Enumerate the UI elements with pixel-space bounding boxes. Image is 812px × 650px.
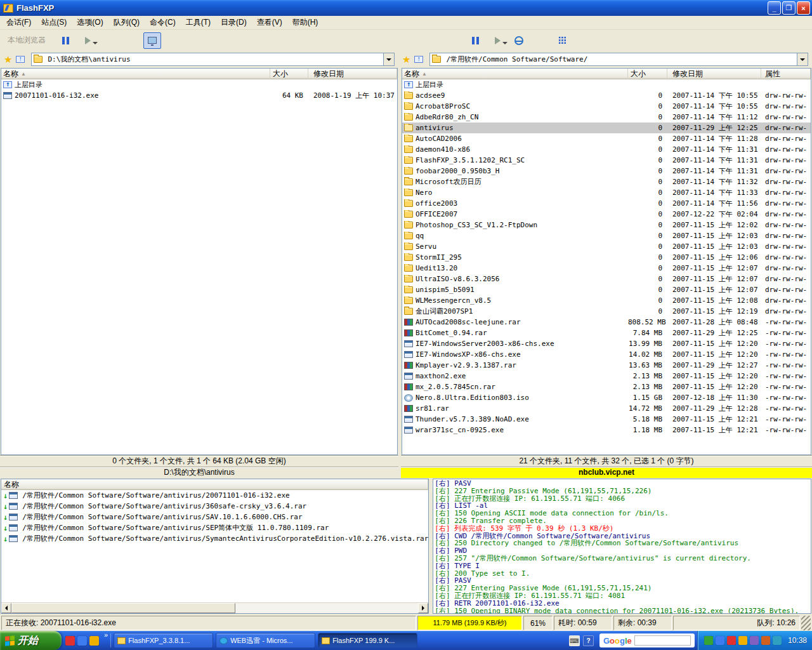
上层目录-button[interactable]: 上层目录 <box>402 79 811 90</box>
raw-command-button[interactable] <box>553 32 571 49</box>
disconnect-button[interactable] <box>445 32 463 49</box>
task-button[interactable]: WEB迅雷 - Micros... <box>216 633 315 648</box>
maxthon2.exe-button[interactable]: maxthon2.exe 2.13 MB 2007-11-15 上午 12:20… <box>402 371 811 381</box>
remote-path-combo[interactable]: /常用软件/Common Software/Software/ <box>429 53 808 66</box>
quick-launch-icon[interactable] <box>77 636 87 646</box>
connect-button[interactable] <box>402 32 420 49</box>
BitComet_0.94.rar-button[interactable]: BitComet_0.94.rar 7.84 MB 2007-11-29 上午 … <box>402 328 811 338</box>
unispim5_b5091-button[interactable]: unispim5_b5091 0 2007-11-15 上午 12:07 drw… <box>402 284 811 295</box>
sr81.rar-button[interactable]: sr81.rar 14.72 MB 2007-11-29 上午 12:28 -r… <box>402 403 811 414</box>
tray-icon[interactable] <box>761 636 770 645</box>
quick-launch-icon[interactable] <box>65 636 75 646</box>
resize-grip[interactable] <box>801 616 811 630</box>
scroll-right-button[interactable] <box>418 603 428 613</box>
scroll-thumb[interactable] <box>11 603 235 613</box>
menu-item[interactable]: 站点(S) <box>36 15 72 30</box>
mx_2.0.5.7845cn.rar-button[interactable]: mx_2.0.5.7845cn.rar 2.13 MB 2007-11-15 上… <box>402 381 811 392</box>
tray-icon[interactable] <box>704 636 713 645</box>
Servu-button[interactable]: Servu 0 2007-11-15 上午 12:03 drw-rw-rw- <box>402 241 811 252</box>
IE7-WindowsXP-x86-chs.exe-button[interactable]: IE7-WindowsXP-x86-chs.exe 14.02 MB 2007-… <box>402 349 811 360</box>
queue-horizontal-scrollbar[interactable] <box>1 602 428 613</box>
queue-list[interactable]: ↓ /常用软件/Common Software/Software/antivir… <box>1 490 428 602</box>
daemon410-x86-button[interactable]: daemon410-x86 0 2007-11-14 下午 11:31 drw-… <box>402 144 811 155</box>
bookmark-star-icon[interactable]: ★ <box>402 54 410 65</box>
task-button[interactable]: FlashFXP 199.9 K... <box>318 633 417 648</box>
Nero-button[interactable]: Nero 0 2007-11-14 下午 11:33 drw-rw-rw- <box>402 187 811 198</box>
Thunder.v5.7.3.389.NoAD.exe-button[interactable]: Thunder.v5.7.3.389.NoAD.exe 5.18 MB 2007… <box>402 414 811 425</box>
antivirus-button[interactable]: antivirus 0 2007-11-29 上午 12:25 drw-rw-r… <box>402 123 811 133</box>
column-header[interactable]: 大小 <box>270 69 308 79</box>
column-header[interactable]: 大小 <box>628 69 667 79</box>
menu-item[interactable]: 会话(F) <box>1 15 36 30</box>
office2003-button[interactable]: office2003 0 2007-11-14 下午 11:56 drw-rw-… <box>402 198 811 209</box>
StormII_295-button[interactable]: StormII_295 0 2007-11-15 上午 12:06 drw-rw… <box>402 252 811 263</box>
AdbeRdr80_zh_CN-button[interactable]: AdbeRdr80_zh_CN 0 2007-11-14 下午 11:12 dr… <box>402 112 811 123</box>
remote-up-directory-button[interactable] <box>413 53 427 66</box>
combo-dropdown-button[interactable] <box>797 53 808 65</box>
quick-launch-more-chevron[interactable]: » <box>103 631 109 650</box>
tray-icon[interactable] <box>738 636 747 645</box>
remote-file-list[interactable]: 上层目录 acdsee9 0 2007-11-14 下午 10:55 drw-r… <box>402 79 811 454</box>
quick-connect-button[interactable] <box>424 32 442 49</box>
Acrobat8ProSC-button[interactable]: Acrobat8ProSC 0 2007-11-14 下午 10:55 drw-… <box>402 101 811 112</box>
site-manager-button[interactable] <box>510 32 528 49</box>
column-header[interactable]: 属性 <box>761 69 811 79</box>
pause-queue-local-button[interactable] <box>57 32 75 49</box>
AutoCAD2006-button[interactable]: AutoCAD2006 0 2007-11-14 下午 11:28 drw-rw… <box>402 133 811 144</box>
UltraISO-v8.6.3.2056-button[interactable]: UltraISO-v8.6.3.2056 0 2007-11-15 上午 12:… <box>402 274 811 284</box>
local-file-list[interactable]: 上层目录 20071101-016-i32.exe 64 KB 2008-1-1… <box>1 79 397 454</box>
tray-icon[interactable] <box>727 636 736 645</box>
qq-button[interactable]: qq 0 2007-11-15 上午 12:03 drw-rw-rw- <box>402 230 811 241</box>
menu-item[interactable]: 查看(V) <box>252 15 287 30</box>
tray-icon[interactable] <box>773 636 782 645</box>
OFFICE2007-button[interactable]: OFFICE2007 0 2007-12-22 下午 02:04 drw-rw-… <box>402 209 811 220</box>
queue-item[interactable]: ↓ /常用软件/Common Software/Software/antivir… <box>1 501 428 512</box>
queue-item[interactable]: ↓ /常用软件/Common Software/Software/antivir… <box>1 512 428 522</box>
WLMessengercn_v8.5-button[interactable]: WLMessengercn_v8.5 0 2007-11-15 上午 12:08… <box>402 295 811 306</box>
menu-item[interactable]: 工具(T) <box>181 15 216 30</box>
local-path-combo[interactable]: D:\我的文档\antivirus <box>31 53 395 66</box>
local-up-directory-button[interactable] <box>15 53 29 66</box>
金山词霸2007SP1-button[interactable]: 金山词霸2007SP1 0 2007-11-15 上午 12:19 drw-rw… <box>402 306 811 317</box>
start-queue-remote-button[interactable] <box>488 32 506 49</box>
quick-launch-icon[interactable] <box>89 636 99 646</box>
ftp-log-panel[interactable]: [右] PASV[右] 227 Entering Passive Mode (6… <box>433 479 811 614</box>
maximize-button[interactable]: ❐ <box>782 1 796 15</box>
menu-item[interactable]: 命令(C) <box>145 15 181 30</box>
column-header[interactable]: 修改日期 <box>667 69 761 79</box>
tray-icon[interactable] <box>750 636 759 645</box>
start-button[interactable]: 开始 <box>0 631 62 650</box>
close-button[interactable]: × <box>797 1 810 15</box>
google-search-input[interactable] <box>634 635 691 646</box>
Kmplayer-v2.9.3.1387.rar-button[interactable]: Kmplayer-v2.9.3.1387.rar 13.63 MB 2007-1… <box>402 360 811 371</box>
foobar2000_0.950b3_H-button[interactable]: foobar2000_0.950b3_H 0 2007-11-14 下午 11:… <box>402 166 811 176</box>
column-header[interactable]: 修改日期 <box>308 69 397 79</box>
bookmark-star-icon[interactable]: ★ <box>4 54 12 65</box>
task-button[interactable]: FlashFXP_3.3.8.1... <box>114 633 213 648</box>
column-header[interactable]: 名称▲ <box>1 69 270 79</box>
menu-item[interactable]: 目录(D) <box>216 15 252 30</box>
queue-item[interactable]: ↓ /常用软件/Common Software/Software/antivir… <box>1 533 428 544</box>
pause-queue-remote-button[interactable] <box>467 32 485 49</box>
queue-item[interactable]: ↓ /常用软件/Common Software/Software/antivir… <box>1 522 428 533</box>
wrar371sc_cn-0925.exe-button[interactable]: wrar371sc_cn-0925.exe 1.18 MB 2007-11-15… <box>402 425 811 435</box>
refresh-remote-button[interactable] <box>532 32 549 49</box>
FlashFXP_3.5.1.1202_RC1_SC-button[interactable]: FlashFXP_3.5.1.1202_RC1_SC 0 2007-11-14 … <box>402 155 811 166</box>
Uedit13.20-button[interactable]: Uedit13.20 0 2007-11-15 上午 12:07 drw-rw-… <box>402 263 811 274</box>
menu-item[interactable]: 帮助(H) <box>287 15 324 30</box>
menu-item[interactable]: 选项(O) <box>72 15 108 30</box>
start-queue-local-button[interactable] <box>79 32 96 49</box>
combo-dropdown-button[interactable] <box>383 53 394 65</box>
column-header[interactable]: 名称▲ <box>402 69 628 79</box>
column-header[interactable]: 名称 <box>1 479 428 490</box>
menu-item[interactable]: 队列(Q) <box>108 15 145 30</box>
scroll-track[interactable] <box>11 603 418 613</box>
Nero.8.Ultra.Edition803.iso-button[interactable]: Nero.8.Ultra.Edition803.iso 1.15 GB 2007… <box>402 392 811 403</box>
acdsee9-button[interactable]: acdsee9 0 2007-11-14 下午 10:55 drw-rw-rw- <box>402 90 811 101</box>
refresh-local-button[interactable] <box>122 32 140 49</box>
bottom-splitter[interactable] <box>429 478 432 614</box>
scroll-left-button[interactable] <box>1 603 11 613</box>
toggle-local-remote-button[interactable] <box>143 32 161 49</box>
taskbar-band-icon[interactable]: ? <box>583 635 594 646</box>
minimize-button[interactable]: _ <box>768 1 781 15</box>
